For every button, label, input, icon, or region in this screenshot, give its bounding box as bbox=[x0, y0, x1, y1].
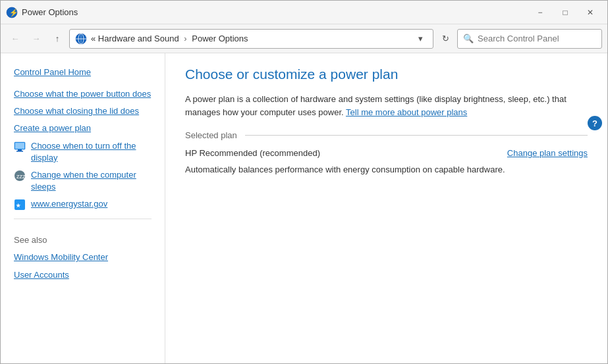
sidebar-link-mobility-center[interactable]: Windows Mobility Center bbox=[1, 249, 165, 266]
svg-text:⚡: ⚡ bbox=[9, 8, 18, 17]
sidebar-item-home: Control Panel Home bbox=[1, 64, 165, 80]
refresh-button[interactable]: ↻ bbox=[436, 30, 455, 48]
help-button[interactable]: ? bbox=[588, 116, 602, 130]
sidebar-divider bbox=[14, 219, 152, 219]
svg-text:★: ★ bbox=[16, 203, 21, 209]
breadcrumb: « Hardware and Sound › Power Options bbox=[91, 34, 409, 43]
sidebar-link-closing-lid[interactable]: Choose what closing the lid does bbox=[1, 103, 165, 120]
svg-rect-9 bbox=[15, 143, 24, 149]
display-icon bbox=[14, 141, 26, 153]
breadcrumb-current: Power Options bbox=[192, 34, 248, 43]
breadcrumb-arrow: › bbox=[184, 34, 189, 43]
globe-icon bbox=[75, 33, 87, 45]
close-button[interactable]: ✕ bbox=[578, 3, 602, 22]
see-also-label: See also bbox=[1, 224, 165, 249]
address-field[interactable]: « Hardware and Sound › Power Options ▾ bbox=[69, 29, 433, 49]
sidebar-link-energystar[interactable]: ★ www.energystar.gov bbox=[1, 195, 165, 213]
description-link[interactable]: Tell me more about power plans bbox=[346, 107, 467, 117]
up-button[interactable]: ↑ bbox=[48, 30, 67, 48]
breadcrumb-separator: « bbox=[91, 34, 98, 43]
breadcrumb-parent: Hardware and Sound bbox=[98, 34, 179, 43]
address-bar: ← → ↑ « Hardware and Sound › Power Optio… bbox=[1, 24, 607, 53]
plan-description: Automatically balances performance with … bbox=[185, 163, 588, 176]
maximize-button[interactable]: □ bbox=[553, 3, 577, 22]
svg-text:zzz: zzz bbox=[16, 173, 26, 180]
sidebar-link-computer-sleeps[interactable]: zzz Change when the computer sleeps bbox=[1, 167, 165, 195]
window-title: Power Options bbox=[22, 7, 528, 17]
address-dropdown-button[interactable]: ▾ bbox=[413, 32, 428, 46]
main-content: ? Choose or customize a power plan A pow… bbox=[165, 53, 607, 363]
description: A power plan is a collection of hardware… bbox=[185, 93, 588, 118]
window-icon: ⚡ bbox=[6, 7, 18, 18]
plan-name: HP Recommended (recommended) bbox=[185, 148, 320, 158]
search-icon: 🔍 bbox=[463, 34, 474, 43]
window: ⚡ Power Options − □ ✕ ← → ↑ « Hardware a… bbox=[0, 0, 608, 364]
sidebar-link-turn-off-display[interactable]: Choose when to turn off the display bbox=[1, 138, 165, 167]
sidebar-link-create-plan[interactable]: Create a power plan bbox=[1, 120, 165, 137]
search-box: 🔍 bbox=[457, 29, 602, 49]
forward-button[interactable]: → bbox=[27, 30, 45, 48]
svg-rect-8 bbox=[16, 151, 23, 152]
section-header: Selected plan bbox=[185, 130, 588, 140]
search-input[interactable] bbox=[478, 34, 596, 43]
content-area: Control Panel Home Choose what the power… bbox=[1, 53, 607, 363]
minimize-button[interactable]: − bbox=[528, 3, 552, 22]
energystar-icon: ★ bbox=[14, 199, 26, 211]
sidebar-link-power-button[interactable]: Choose what the power button does bbox=[1, 86, 165, 103]
back-button[interactable]: ← bbox=[6, 30, 24, 48]
sidebar: Control Panel Home Choose what the power… bbox=[1, 53, 165, 363]
plan-row: HP Recommended (recommended) Change plan… bbox=[185, 148, 588, 158]
sleep-icon: zzz bbox=[14, 170, 26, 182]
change-plan-link[interactable]: Change plan settings bbox=[507, 148, 588, 158]
window-controls: − □ ✕ bbox=[528, 3, 602, 22]
section-divider bbox=[245, 135, 588, 136]
svg-rect-7 bbox=[18, 149, 22, 151]
sidebar-link-user-accounts[interactable]: User Accounts bbox=[1, 267, 165, 284]
page-title: Choose or customize a power plan bbox=[185, 66, 588, 82]
section-header-text: Selected plan bbox=[185, 130, 237, 140]
control-panel-home-label[interactable]: Control Panel Home bbox=[14, 67, 91, 77]
title-bar: ⚡ Power Options − □ ✕ bbox=[1, 1, 607, 24]
